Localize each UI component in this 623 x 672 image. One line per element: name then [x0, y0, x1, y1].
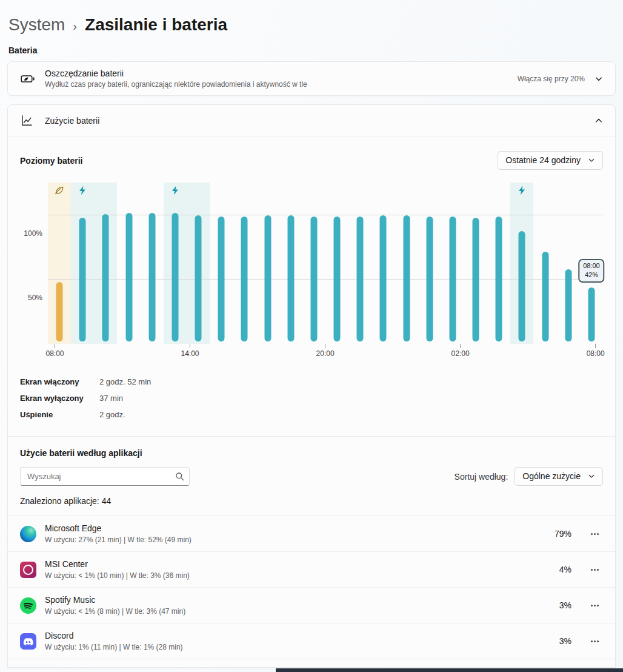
x-axis-label: 08:00: [587, 349, 605, 358]
more-options-button[interactable]: [586, 526, 603, 542]
battery-level-bar[interactable]: [172, 213, 178, 341]
battery-usage-header[interactable]: Zużycie baterii: [8, 105, 615, 136]
ellipsis-icon: [594, 533, 596, 535]
breadcrumb-system[interactable]: System: [8, 15, 65, 35]
app-usage-detail: W użyciu: < 1% (10 min) | W tle: 3% (36 …: [45, 571, 190, 580]
app-name: MSI Center: [45, 559, 190, 569]
battery-level-bar[interactable]: [519, 231, 525, 341]
ellipsis-icon: [594, 640, 596, 642]
search-box: [20, 467, 190, 486]
breadcrumb-separator: ›: [73, 17, 77, 33]
battery-level-bar[interactable]: [426, 217, 433, 341]
battery-level-bar[interactable]: [148, 213, 155, 341]
settings-page: System › Zasilanie i bateria Bateria Osz…: [0, 0, 623, 668]
battery-saver-status: Włącza się przy 20%: [518, 75, 585, 83]
app-row-microsoft-edge[interactable]: Microsoft Edge W użyciu: 27% (21 min) | …: [8, 516, 615, 551]
sort-dropdown[interactable]: Ogólne zużycie: [515, 467, 603, 486]
battery-level-bar[interactable]: [449, 217, 456, 341]
msi-center-icon: [20, 562, 36, 578]
battery-level-bar[interactable]: [496, 217, 502, 341]
results-count: Znaleziono aplikacje: 44: [20, 496, 603, 516]
search-icon[interactable]: [175, 472, 184, 481]
y-axis-label-50: 50%: [28, 294, 42, 302]
search-input[interactable]: [20, 467, 190, 486]
battery-level-bar[interactable]: [473, 218, 479, 341]
battery-level-bar[interactable]: [102, 214, 109, 341]
bolt-icon: [172, 186, 179, 195]
battery-level-bar[interactable]: [380, 215, 387, 341]
app-name: Microsoft Edge: [45, 523, 192, 533]
sort-value: Ogólne zużycie: [522, 471, 581, 481]
tooltip-value: 42%: [583, 270, 600, 280]
chart-x-axis: 08:0014:0020:0002:0008:00: [48, 344, 603, 362]
screen-time-stats: Ekran włączony 2 godz. 52 min Ekran wyłą…: [8, 362, 615, 436]
x-axis-label: 14:00: [181, 349, 199, 358]
battery-saver-icon: [18, 72, 45, 86]
bottom-window-edge: [276, 668, 623, 672]
battery-level-bar[interactable]: [125, 213, 132, 341]
battery-level-bar[interactable]: [56, 282, 63, 341]
app-row-spotify[interactable]: Spotify Music W użyciu: < 1% (8 min) | W…: [8, 587, 615, 623]
chevron-up-icon[interactable]: [595, 116, 605, 125]
app-usage-detail: W użyciu: < 1% (8 min) | W tle: 3% (47 m…: [45, 607, 185, 616]
x-axis-tick: 08:00: [55, 344, 55, 348]
battery-level-bar[interactable]: [287, 215, 294, 341]
spotify-icon: [20, 597, 36, 614]
stat-label-screen-off: Ekran wyłączony: [20, 394, 99, 403]
stat-value-sleep: 2 godz.: [99, 410, 603, 419]
more-options-button[interactable]: [586, 562, 603, 577]
chevron-down-icon: [588, 472, 595, 480]
stat-label-sleep: Uśpienie: [20, 410, 99, 419]
breadcrumb: System › Zasilanie i bateria: [7, 0, 616, 44]
stat-label-screen-on: Ekran włączony: [20, 377, 99, 386]
app-name: Spotify Music: [45, 595, 185, 605]
battery-saver-card[interactable]: Oszczędzanie baterii Wydłuż czas pracy b…: [7, 61, 616, 96]
app-name: Discord: [45, 631, 183, 640]
x-axis-label: 08:00: [45, 349, 64, 358]
time-range-value: Ostatnie 24 godziny: [505, 155, 581, 165]
bolt-icon: [518, 186, 525, 195]
chart-tooltip: 08:00 42%: [578, 259, 605, 283]
x-axis-tick: 20:00: [325, 344, 325, 348]
leaf-icon: [55, 186, 64, 195]
app-percent: 79%: [555, 529, 586, 539]
battery-level-bar[interactable]: [542, 252, 548, 341]
battery-level-bar[interactable]: [588, 287, 595, 341]
app-row-discord[interactable]: Discord W użyciu: 1% (11 min) | W tle: 1…: [8, 623, 615, 659]
app-usage-detail: W użyciu: 27% (21 min) | W tle: 52% (49 …: [45, 536, 192, 544]
battery-level-bar[interactable]: [334, 217, 341, 341]
battery-level-bar[interactable]: [79, 218, 86, 341]
page-title: Zasilanie i bateria: [85, 15, 227, 35]
y-axis-label-100: 100%: [24, 229, 42, 238]
discord-icon: [20, 633, 36, 650]
x-axis-tick: 02:00: [460, 344, 461, 348]
app-percent: 3%: [559, 636, 586, 646]
battery-level-bar[interactable]: [565, 269, 571, 341]
chevron-down-icon[interactable]: [595, 75, 603, 83]
x-axis-tick: 14:00: [190, 344, 190, 348]
battery-level-bar[interactable]: [310, 217, 317, 341]
app-row-msi-center[interactable]: MSI Center W użyciu: < 1% (10 min) | W t…: [8, 551, 615, 587]
bolt-icon: [79, 186, 86, 195]
battery-level-bar[interactable]: [195, 215, 202, 341]
tooltip-time: 08:00: [583, 261, 600, 270]
battery-usage-title: Zużycie baterii: [45, 116, 99, 126]
battery-level-bar[interactable]: [241, 217, 248, 341]
battery-levels-title: Poziomy baterii: [20, 156, 82, 166]
battery-saver-description: Wydłuż czas pracy baterii, ograniczając …: [45, 80, 307, 89]
more-options-button[interactable]: [586, 633, 603, 649]
battery-level-bar[interactable]: [264, 215, 271, 341]
stat-value-screen-off: 37 min: [99, 394, 603, 403]
more-options-button[interactable]: [586, 597, 603, 613]
chart-y-axis: 100% 50%: [20, 183, 48, 362]
battery-level-bar[interactable]: [403, 215, 410, 341]
section-label-battery: Bateria: [7, 44, 616, 61]
chevron-down-icon: [588, 156, 595, 164]
battery-level-bar[interactable]: [357, 217, 364, 341]
battery-level-bar[interactable]: [218, 217, 225, 341]
app-usage-detail: W użyciu: 1% (11 min) | W tle: 1% (28 mi…: [45, 643, 183, 651]
app-usage-section: Użycie baterii według aplikacji Sortuj w…: [8, 436, 615, 667]
battery-usage-card: Zużycie baterii Poziomy baterii Ostatnie…: [7, 104, 616, 668]
time-range-dropdown[interactable]: Ostatnie 24 godziny: [498, 151, 603, 170]
battery-level-chart: 100% 50% 08:00 42% 08:0014:0020: [20, 183, 603, 362]
